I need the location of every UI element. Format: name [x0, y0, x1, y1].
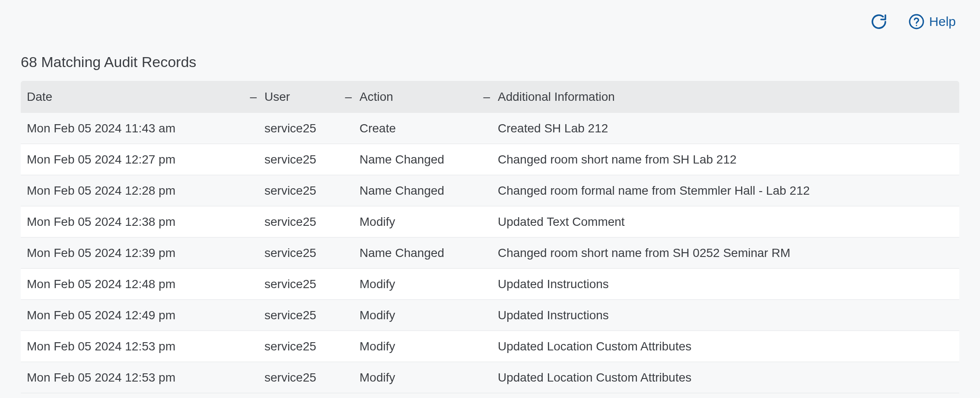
cell-user: service25 [264, 215, 360, 229]
cell-action: Modify [360, 277, 498, 291]
cell-user: service25 [264, 340, 360, 353]
cell-info: Changed room short name from SH Lab 212 [498, 153, 953, 167]
cell-user: service25 [264, 184, 360, 198]
cell-date: Mon Feb 05 2024 12:48 pm [27, 277, 264, 291]
cell-user: service25 [264, 277, 360, 291]
help-label: Help [929, 14, 956, 29]
table-row: Mon Feb 05 2024 12:28 pmservice25Name Ch… [21, 175, 959, 206]
cell-info: Updated Instructions [498, 308, 953, 322]
cell-date: Mon Feb 05 2024 12:53 pm [27, 340, 264, 353]
table-row: Mon Feb 05 2024 12:27 pmservice25Name Ch… [21, 144, 959, 175]
cell-user: service25 [264, 371, 360, 385]
table-header: Date – User – Action – Additional Inform… [21, 81, 959, 113]
cell-action: Modify [360, 215, 498, 229]
column-header-label: User [264, 90, 290, 104]
cell-info: Created SH Lab 212 [498, 122, 953, 135]
column-header-label: Action [360, 90, 393, 104]
refresh-icon [870, 13, 888, 30]
cell-user: service25 [264, 122, 360, 135]
table-row: Mon Feb 05 2024 12:38 pmservice25ModifyU… [21, 206, 959, 238]
cell-action: Name Changed [360, 184, 498, 198]
sort-indicator-icon: – [345, 90, 352, 104]
table-row: Mon Feb 05 2024 12:39 pmservice25Name Ch… [21, 238, 959, 269]
cell-action: Modify [360, 340, 498, 353]
table-row: Mon Feb 05 2024 12:53 pmservice25ModifyU… [21, 331, 959, 362]
cell-action: Name Changed [360, 153, 498, 167]
column-header-user[interactable]: User – [264, 90, 360, 104]
audit-table: Date – User – Action – Additional Inform… [21, 81, 959, 393]
cell-date: Mon Feb 05 2024 12:39 pm [27, 246, 264, 260]
svg-point-0 [910, 15, 923, 29]
page-title: 68 Matching Audit Records [21, 54, 959, 71]
cell-date: Mon Feb 05 2024 12:27 pm [27, 153, 264, 167]
cell-action: Modify [360, 308, 498, 322]
cell-info: Updated Location Custom Attributes [498, 371, 953, 385]
cell-action: Modify [360, 371, 498, 385]
table-row: Mon Feb 05 2024 12:48 pmservice25ModifyU… [21, 269, 959, 300]
cell-user: service25 [264, 153, 360, 167]
column-header-action[interactable]: Action – [360, 90, 498, 104]
cell-date: Mon Feb 05 2024 11:43 am [27, 122, 264, 135]
table-row: Mon Feb 05 2024 12:53 pmservice25ModifyU… [21, 362, 959, 393]
cell-user: service25 [264, 246, 360, 260]
cell-info: Changed room short name from SH 0252 Sem… [498, 246, 953, 260]
cell-info: Changed room formal name from Stemmler H… [498, 184, 953, 198]
cell-action: Create [360, 122, 498, 135]
cell-info: Updated Text Comment [498, 215, 953, 229]
sort-indicator-icon: – [250, 90, 257, 104]
cell-user: service25 [264, 308, 360, 322]
cell-date: Mon Feb 05 2024 12:28 pm [27, 184, 264, 198]
cell-date: Mon Feb 05 2024 12:49 pm [27, 308, 264, 322]
column-header-label: Date [27, 90, 52, 104]
help-button[interactable]: Help [908, 13, 956, 30]
cell-info: Updated Location Custom Attributes [498, 340, 953, 353]
table-body: Mon Feb 05 2024 11:43 amservice25CreateC… [21, 113, 959, 393]
page-action-bar: Help [21, 13, 959, 30]
sort-indicator-icon: – [483, 90, 490, 104]
table-row: Mon Feb 05 2024 11:43 amservice25CreateC… [21, 113, 959, 144]
cell-action: Name Changed [360, 246, 498, 260]
column-header-date[interactable]: Date – [27, 90, 264, 104]
cell-info: Updated Instructions [498, 277, 953, 291]
help-icon [908, 13, 925, 30]
cell-date: Mon Feb 05 2024 12:38 pm [27, 215, 264, 229]
column-header-label: Additional Information [498, 90, 615, 104]
column-header-info[interactable]: Additional Information [498, 90, 953, 104]
refresh-button[interactable] [870, 13, 888, 30]
table-row: Mon Feb 05 2024 12:49 pmservice25ModifyU… [21, 300, 959, 331]
cell-date: Mon Feb 05 2024 12:53 pm [27, 371, 264, 385]
